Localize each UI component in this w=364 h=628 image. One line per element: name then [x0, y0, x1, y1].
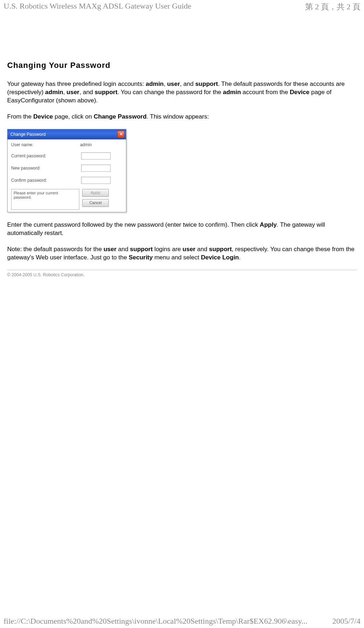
dialog-button-column: Apply Cancel [82, 189, 109, 210]
paragraph-after: Enter the current password followed by t… [7, 221, 357, 237]
paragraph-instruction: From the Device page, click on Change Pa… [7, 113, 357, 121]
page-info: 第 2 頁，共 2 頁 [305, 1, 360, 12]
doc-title: U.S. Robotics Wireless MAXg ADSL Gateway… [4, 1, 191, 12]
username-value: admin [80, 142, 122, 147]
current-password-row: Current password: [11, 152, 122, 160]
dialog-title: Change Password [10, 132, 46, 137]
confirm-password-input[interactable] [81, 177, 111, 184]
section-heading: Changing Your Password [7, 61, 357, 70]
dialog-message-box: Please enter your current password. [11, 189, 79, 210]
current-password-label: Current password: [11, 153, 81, 158]
confirm-password-label: Confirm password: [11, 178, 81, 183]
close-icon[interactable]: ✕ [117, 131, 125, 138]
page-content: Changing Your Password Your gateway has … [0, 12, 364, 277]
dialog-titlebar[interactable]: Change Password ✕ [8, 129, 126, 139]
paragraph-intro: Your gateway has three predefined login … [7, 80, 357, 105]
new-password-label: New password: [11, 166, 81, 171]
apply-button[interactable]: Apply [82, 189, 109, 197]
username-label: User name: [11, 142, 80, 147]
dialog-body: User name: admin Current password: New p… [8, 139, 126, 212]
change-password-dialog: Change Password ✕ User name: admin Curre… [7, 129, 126, 212]
paragraph-note: Note: the default passwords for the user… [7, 245, 357, 262]
cancel-button[interactable]: Cancel [82, 199, 109, 207]
print-header: U.S. Robotics Wireless MAXg ADSL Gateway… [0, 0, 364, 12]
copyright: © 2004-2005 U.S. Robotics Corporation. [7, 272, 357, 277]
new-password-row: New password: [11, 165, 122, 172]
print-date: 2005/7/4 [332, 617, 360, 626]
print-footer: file://C:\Documents%20and%20Settings\ivo… [0, 617, 364, 626]
username-row: User name: admin [11, 142, 122, 147]
dialog-action-row: Please enter your current password. Appl… [11, 189, 122, 210]
current-password-input[interactable] [81, 152, 111, 160]
confirm-password-row: Confirm password: [11, 177, 122, 184]
file-path: file://C:\Documents%20and%20Settings\ivo… [4, 617, 307, 626]
divider [7, 270, 357, 270]
new-password-input[interactable] [81, 165, 111, 172]
